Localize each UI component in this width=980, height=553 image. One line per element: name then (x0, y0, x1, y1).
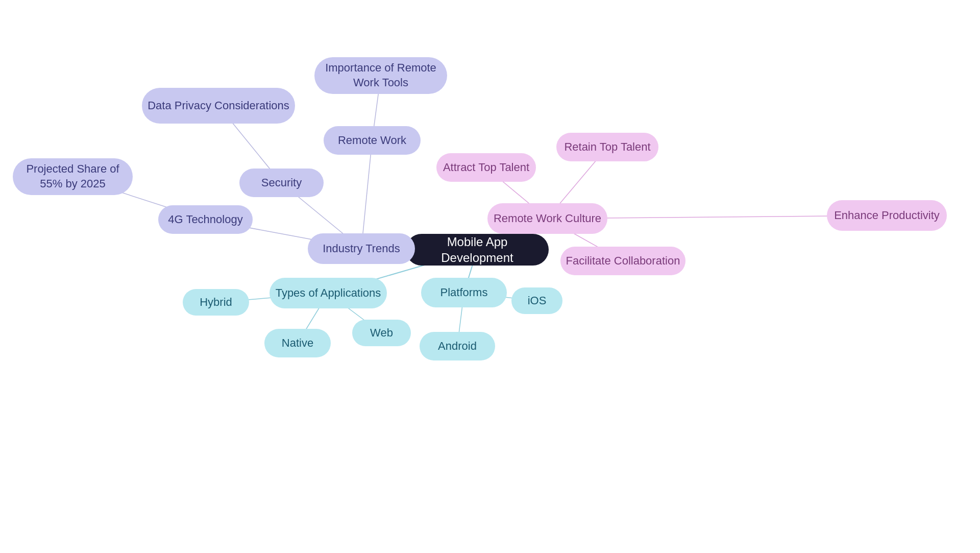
svg-line-12 (328, 250, 477, 293)
importance-remote-node: Importance of Remote Work Tools (314, 57, 447, 94)
center-node: Mobile App Development (406, 234, 549, 266)
svg-line-7 (477, 219, 547, 250)
svg-line-0 (361, 249, 477, 250)
svg-line-9 (547, 147, 607, 219)
svg-line-15 (328, 293, 381, 333)
attract-top-talent-node: Attract Top Talent (436, 153, 536, 182)
projected-share-node: Projected Share of 55% by 2025 (13, 158, 133, 195)
enhance-productivity-node: Enhance Productivity (827, 200, 947, 231)
data-privacy-node: Data Privacy Considerations (142, 88, 295, 124)
svg-line-1 (281, 183, 361, 249)
svg-line-14 (298, 293, 328, 343)
hybrid-node: Hybrid (183, 289, 249, 316)
svg-line-2 (361, 140, 372, 249)
security-node: Security (239, 169, 324, 197)
types-of-applications-node: Types of Applications (270, 278, 387, 308)
svg-line-5 (372, 76, 381, 140)
industry-trends-node: Industry Trends (308, 233, 415, 264)
svg-line-13 (216, 293, 328, 302)
svg-line-16 (464, 250, 477, 293)
platforms-node: Platforms (421, 278, 507, 307)
svg-line-18 (457, 293, 464, 346)
remote-work-node: Remote Work (324, 126, 421, 155)
svg-line-10 (547, 215, 887, 219)
remote-work-culture-node: Remote Work Culture (487, 203, 607, 234)
ios-node: iOS (511, 287, 562, 314)
svg-line-3 (205, 220, 361, 249)
svg-line-8 (486, 167, 547, 219)
retain-top-talent-node: Retain Top Talent (556, 133, 658, 161)
svg-line-6 (72, 177, 205, 220)
svg-line-17 (464, 293, 537, 301)
4g-technology-node: 4G Technology (158, 205, 253, 234)
android-node: Android (420, 332, 495, 360)
facilitate-collaboration-node: Facilitate Collaboration (560, 247, 685, 275)
web-node: Web (352, 320, 411, 346)
svg-line-4 (218, 106, 281, 183)
svg-line-11 (547, 219, 623, 261)
native-node: Native (264, 329, 331, 357)
